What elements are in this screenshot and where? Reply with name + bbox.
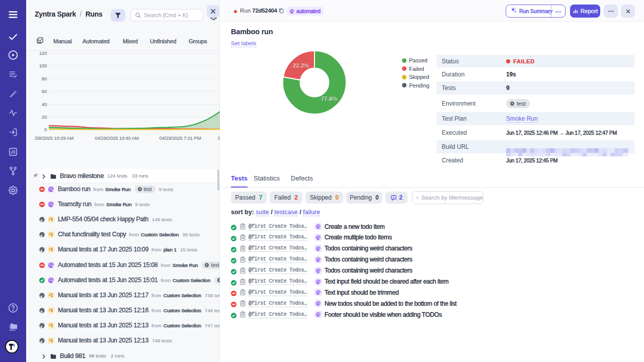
svg-text:22.2%: 22.2% xyxy=(293,62,309,68)
svg-text:20: 20 xyxy=(42,114,47,120)
svg-text:100: 100 xyxy=(39,63,47,68)
svg-text:/29/2025 10:29 AM: /29/2025 10:29 AM xyxy=(35,135,73,141)
svg-text:0: 0 xyxy=(44,127,47,132)
svg-text:04/29/2025 10:40 AM: 04/29/2025 10:40 AM xyxy=(95,135,139,141)
svg-text:120: 120 xyxy=(39,51,47,56)
svg-text:04/29/2025 7:21 PM: 04/29/2025 7:21 PM xyxy=(159,135,201,141)
svg-text:77.8%: 77.8% xyxy=(321,96,338,102)
svg-text:80: 80 xyxy=(42,76,47,81)
svg-text:40: 40 xyxy=(42,102,47,107)
svg-text:04/2: 04/2 xyxy=(218,135,220,141)
svg-text:60: 60 xyxy=(42,88,47,94)
